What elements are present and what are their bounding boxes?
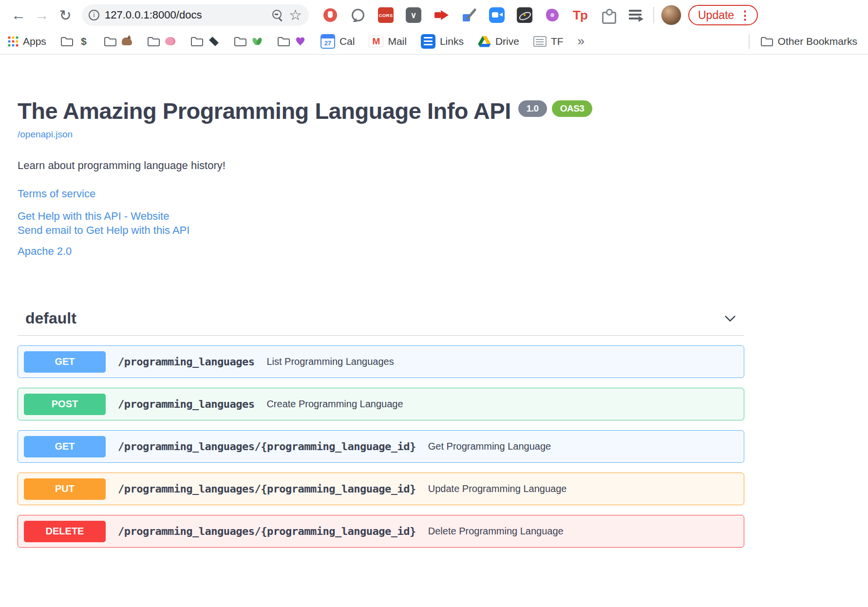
endpoint-path: /programming_languages/{programming_lang… — [118, 483, 416, 495]
endpoint-path: /programming_languages — [118, 398, 254, 410]
site-info-icon[interactable]: i — [89, 10, 99, 20]
endpoint-summary: Create Programming Language — [266, 398, 403, 410]
red-arrow-icon[interactable] — [434, 7, 449, 23]
address-bar[interactable]: i 127.0.0.1:8000/docs ☆ — [82, 4, 309, 26]
license-link[interactable]: Apache 2.0 — [18, 245, 72, 257]
http-method-badge: POST — [24, 394, 106, 415]
links-icon — [421, 34, 435, 49]
atom-icon[interactable] — [517, 7, 532, 23]
browser-menu-icon[interactable]: ⋮ — [739, 8, 751, 22]
endpoint-path: /programming_languages — [118, 356, 254, 368]
media-queue-icon[interactable] — [628, 7, 643, 23]
bookmarks-bar: Apps $ 27 Cal — [0, 30, 868, 55]
speech-bubble-icon[interactable] — [350, 7, 366, 23]
tp-extension-icon[interactable]: Tp — [572, 7, 588, 23]
http-method-badge: DELETE — [24, 521, 106, 542]
calendar-label: Cal — [340, 36, 355, 47]
page-title: The Amazing Programming Language Info AP… — [18, 97, 744, 124]
browser-toolbar: ← → ↻ i 127.0.0.1:8000/docs ☆ CORS ∨ Tp … — [0, 0, 868, 30]
endpoint-row-get-list[interactable]: GET /programming_languages List Programm… — [18, 345, 744, 378]
other-bookmarks[interactable]: Other Bookmarks — [760, 36, 857, 47]
update-button[interactable]: Update ⋮ — [688, 5, 758, 25]
version-badge: 1.0 — [518, 100, 547, 117]
folder-icon — [277, 36, 290, 47]
folder-icon — [60, 36, 74, 47]
chevron-down-icon[interactable] — [723, 311, 737, 326]
bookmark-mail[interactable]: M Mail — [369, 36, 407, 47]
herb-icon — [252, 37, 263, 46]
bookmark-folder-horse[interactable] — [104, 36, 133, 47]
endpoint-row-get-one[interactable]: GET /programming_languages/{programming_… — [18, 430, 744, 463]
update-label: Update — [698, 9, 734, 22]
bookmark-calendar[interactable]: 27 Cal — [321, 34, 355, 49]
purple-heart-icon — [295, 37, 305, 46]
horse-icon — [122, 38, 132, 45]
back-button[interactable]: ← — [7, 3, 30, 27]
bookmark-folder-heart[interactable] — [277, 36, 306, 47]
pen-picker-icon[interactable] — [461, 7, 477, 23]
endpoint-row-put-update[interactable]: PUT /programming_languages/{programming_… — [18, 473, 744, 505]
bookmark-tf[interactable]: TF — [533, 36, 564, 47]
spreadsheet-icon — [533, 36, 547, 47]
adblock-hand-icon[interactable] — [322, 7, 338, 23]
pocket-icon[interactable]: ∨ — [406, 7, 421, 23]
back-arrow-icon: ← — [11, 7, 26, 23]
links-label: Links — [440, 36, 464, 47]
profile-avatar[interactable] — [661, 5, 681, 25]
cors-extension-icon[interactable]: CORS — [378, 7, 394, 23]
extensions-puzzle-icon[interactable] — [600, 7, 616, 23]
endpoint-list: GET /programming_languages List Programm… — [18, 345, 744, 548]
bookmark-folder-herb[interactable] — [234, 36, 263, 47]
swagger-page: The Amazing Programming Language Info AP… — [0, 97, 868, 548]
video-camera-icon[interactable] — [489, 7, 505, 23]
endpoint-path: /programming_languages/{programming_lang… — [118, 440, 416, 453]
forward-arrow-icon: → — [35, 7, 49, 23]
folder-icon — [147, 36, 160, 47]
section-header-default[interactable]: default — [18, 309, 744, 336]
extensions-row: CORS ∨ Tp — [322, 7, 643, 23]
gmail-icon: M — [369, 36, 383, 47]
bookmark-drive[interactable]: Drive — [478, 36, 519, 47]
zoom-out-icon[interactable] — [272, 9, 283, 21]
api-description: Learn about programming language history… — [18, 159, 744, 172]
dollar-badge: $ — [78, 36, 90, 47]
bookmark-folder-brain[interactable] — [147, 36, 176, 47]
bookmarks-divider — [749, 34, 750, 49]
reload-icon: ↻ — [59, 7, 71, 24]
bookmark-folder-graduation[interactable] — [190, 36, 220, 47]
bookmark-star-icon[interactable]: ☆ — [289, 8, 302, 22]
folder-icon — [190, 36, 204, 47]
http-method-badge: GET — [24, 436, 106, 457]
drive-icon — [478, 36, 491, 47]
reload-button[interactable]: ↻ — [54, 3, 77, 27]
http-method-badge: PUT — [24, 478, 106, 500]
endpoint-row-post-create[interactable]: POST /programming_languages Create Progr… — [18, 388, 744, 420]
apps-label: Apps — [23, 36, 46, 47]
bookmark-links[interactable]: Links — [421, 34, 464, 49]
http-method-badge: GET — [24, 351, 106, 373]
help-email-link[interactable]: Send email to Get Help with this API — [18, 224, 189, 236]
endpoint-summary: Get Programming Language — [428, 441, 551, 452]
terms-of-service-link[interactable]: Terms of service — [18, 188, 95, 200]
help-website-link[interactable]: Get Help with this API - Website — [18, 210, 169, 222]
api-title-text: The Amazing Programming Language Info AP… — [18, 97, 511, 124]
forward-button[interactable]: → — [30, 3, 54, 27]
folder-icon — [104, 36, 117, 47]
folder-icon — [234, 36, 247, 47]
brain-icon — [165, 37, 175, 45]
openapi-json-link[interactable]: /openapi.json — [18, 129, 73, 140]
bookmark-folder-dollar[interactable]: $ — [60, 36, 90, 47]
endpoint-path: /programming_languages/{programming_lang… — [118, 525, 416, 537]
tf-label: TF — [551, 36, 564, 47]
toolbar-divider — [653, 7, 654, 23]
oas3-badge: OAS3 — [552, 100, 593, 117]
drive-label: Drive — [495, 36, 519, 47]
endpoint-summary: List Programming Languages — [266, 356, 394, 367]
apps-shortcut[interactable]: Apps — [8, 36, 46, 47]
bookmarks-overflow-button[interactable]: » — [578, 34, 585, 49]
endpoint-summary: Update Programming Language — [428, 483, 567, 494]
endpoint-row-delete[interactable]: DELETE /programming_languages/{programmi… — [18, 515, 744, 548]
purple-flower-icon[interactable] — [545, 7, 560, 23]
mail-label: Mail — [388, 36, 407, 47]
apps-grid-icon — [8, 36, 19, 47]
